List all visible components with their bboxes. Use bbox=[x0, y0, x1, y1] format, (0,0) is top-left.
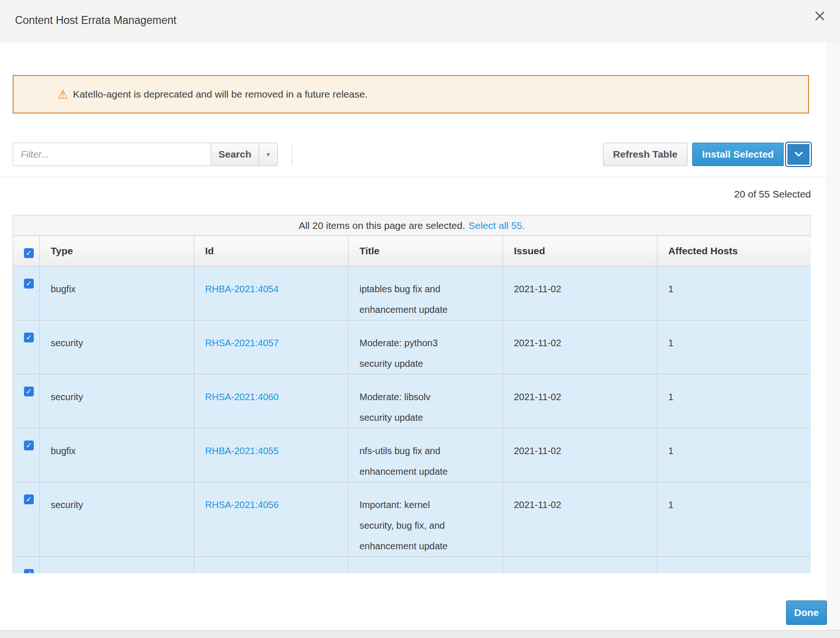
search-dropdown-toggle[interactable]: ▾ bbox=[259, 143, 278, 166]
cell-title: Moderate: libsolvsecurity update bbox=[349, 374, 503, 428]
install-selected-button[interactable]: Install Selected bbox=[692, 143, 784, 166]
select-all-banner-text: All 20 items on this page are selected. bbox=[298, 220, 465, 231]
modal-header: Content Host Errata Management bbox=[0, 0, 840, 42]
cell-title: nfs-utils bug fix andenhancement update bbox=[349, 428, 503, 482]
cell-affected-hosts: 1 bbox=[657, 557, 811, 574]
row-checkbox[interactable]: ✓ bbox=[24, 387, 34, 396]
cell-type: bugfix bbox=[40, 266, 194, 320]
cell-title: sudo bug fix and bbox=[349, 557, 503, 574]
cell-affected-hosts: 1 bbox=[657, 482, 811, 557]
table-row: ✓ bugfix RHBA-2021:4062 sudo bug fix and… bbox=[13, 557, 811, 574]
chevron-down-icon bbox=[794, 150, 803, 159]
cell-type: security bbox=[40, 374, 194, 428]
row-checkbox[interactable]: ✓ bbox=[24, 279, 34, 289]
cell-issued: 2021-11-02 bbox=[503, 557, 657, 574]
checkmark-icon: ✓ bbox=[26, 249, 32, 258]
table-row: ✓ security RHSA-2021:4057 Moderate: pyth… bbox=[13, 320, 811, 374]
refresh-table-button[interactable]: Refresh Table bbox=[603, 143, 687, 166]
errata-table-container: All 20 items on this page are selected. … bbox=[13, 215, 811, 573]
select-all-link[interactable]: Select all 55. bbox=[468, 220, 525, 231]
cell-title: Moderate: python3security update bbox=[349, 320, 503, 374]
done-button[interactable]: Done bbox=[786, 600, 827, 625]
errata-management-modal: Content Host Errata Management ⚠ Katello… bbox=[0, 0, 840, 630]
toolbar-divider bbox=[292, 143, 292, 166]
errata-id-link[interactable]: RHSA-2021:4056 bbox=[205, 500, 279, 510]
errata-table: ✓ Type Id Title Issued Affected Hosts ✓ … bbox=[13, 235, 811, 573]
table-row: ✓ security RHSA-2021:4056 Important: ker… bbox=[13, 482, 811, 557]
column-header-affected-hosts: Affected Hosts bbox=[657, 236, 811, 266]
checkmark-icon: ✓ bbox=[26, 381, 32, 402]
errata-id-link[interactable]: RHSA-2021:4057 bbox=[205, 338, 279, 348]
toolbar-separator bbox=[0, 177, 827, 177]
cell-affected-hosts: 1 bbox=[657, 266, 811, 320]
errata-id-link[interactable]: RHBA-2021:4054 bbox=[205, 284, 279, 294]
cell-title: iptables bug fix andenhancement update bbox=[349, 266, 503, 320]
column-header-issued: Issued bbox=[503, 236, 657, 266]
row-checkbox[interactable]: ✓ bbox=[24, 569, 34, 573]
cell-type: bugfix bbox=[40, 557, 194, 574]
cell-type: security bbox=[40, 482, 194, 557]
row-checkbox[interactable]: ✓ bbox=[24, 494, 34, 504]
cell-issued: 2021-11-02 bbox=[503, 374, 657, 428]
row-checkbox[interactable]: ✓ bbox=[24, 441, 34, 450]
page-background-edge bbox=[0, 630, 840, 638]
select-all-banner: All 20 items on this page are selected. … bbox=[13, 215, 811, 235]
checkmark-icon: ✓ bbox=[26, 327, 32, 348]
column-header-title: Title bbox=[349, 236, 503, 266]
column-header-id: Id bbox=[194, 236, 349, 266]
table-header-row: ✓ Type Id Title Issued Affected Hosts bbox=[13, 236, 811, 266]
checkmark-icon: ✓ bbox=[26, 564, 32, 574]
cell-affected-hosts: 1 bbox=[657, 374, 811, 428]
caret-down-icon: ▾ bbox=[267, 151, 269, 158]
warning-icon: ⚠ bbox=[58, 89, 68, 100]
deprecation-alert: ⚠ Katello-agent is deprecated and will b… bbox=[13, 75, 809, 114]
cell-affected-hosts: 1 bbox=[657, 428, 811, 482]
cell-title: Important: kernelsecurity, bug fix, ande… bbox=[349, 482, 503, 557]
cell-issued: 2021-11-02 bbox=[503, 482, 657, 557]
column-header-type: Type bbox=[40, 236, 194, 266]
checkmark-icon: ✓ bbox=[26, 435, 32, 456]
errata-id-link[interactable]: RHBA-2021:4055 bbox=[205, 446, 279, 456]
close-button[interactable] bbox=[813, 9, 827, 23]
checkmark-icon: ✓ bbox=[26, 489, 32, 510]
row-checkbox[interactable]: ✓ bbox=[24, 333, 34, 342]
select-all-checkbox[interactable]: ✓ bbox=[24, 248, 34, 258]
cell-issued: 2021-11-02 bbox=[503, 266, 657, 320]
close-icon bbox=[814, 10, 825, 23]
cell-type: bugfix bbox=[40, 428, 194, 482]
table-row: ✓ bugfix RHBA-2021:4054 iptables bug fix… bbox=[13, 266, 811, 320]
page-title: Content Host Errata Management bbox=[15, 14, 176, 27]
scrollbar-track[interactable] bbox=[827, 42, 840, 630]
table-row: ✓ security RHSA-2021:4060 Moderate: libs… bbox=[13, 374, 811, 428]
errata-table-body: ✓ bugfix RHBA-2021:4054 iptables bug fix… bbox=[13, 266, 811, 574]
alert-message: Katello-agent is deprecated and will be … bbox=[73, 89, 367, 100]
cell-issued: 2021-11-02 bbox=[503, 320, 657, 374]
selection-summary: 20 of 55 Selected bbox=[13, 189, 811, 200]
cell-type: security bbox=[40, 320, 194, 374]
search-button[interactable]: Search bbox=[211, 143, 259, 166]
cell-affected-hosts: 1 bbox=[657, 320, 811, 374]
checkmark-icon: ✓ bbox=[26, 273, 32, 294]
cell-issued: 2021-11-02 bbox=[503, 428, 657, 482]
table-row: ✓ bugfix RHBA-2021:4055 nfs-utils bug fi… bbox=[13, 428, 811, 482]
errata-id-link[interactable]: RHSA-2021:4060 bbox=[205, 392, 279, 402]
install-selected-dropdown-toggle[interactable] bbox=[785, 142, 812, 167]
filter-input[interactable] bbox=[13, 143, 211, 166]
